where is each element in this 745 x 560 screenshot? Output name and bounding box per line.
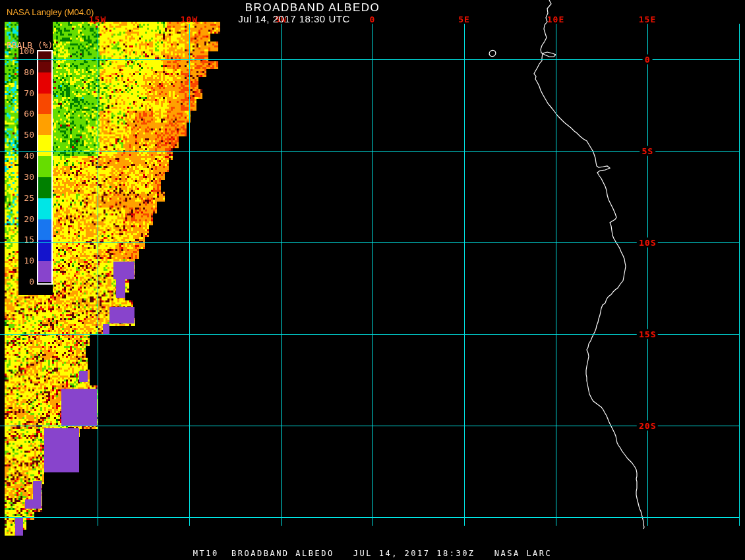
gridline-meridian [739, 24, 740, 526]
gridline-parallel [0, 151, 740, 152]
legend-tick-label: 30 [0, 172, 34, 182]
legend-tick-label: 0 [0, 277, 34, 287]
gridline-meridian [556, 24, 556, 526]
page-title: BROADBAND ALBEDO [245, 1, 380, 14]
albedo-product-viewport: 15W10W5W05E10E15E05S10S15S20S BBALB (%) … [0, 0, 745, 560]
gridline-parallel [0, 59, 740, 60]
gridline-meridian [98, 24, 98, 526]
gridline-meridian [372, 24, 373, 526]
latitude-label: 20S [637, 421, 658, 431]
gridline-parallel [0, 242, 740, 243]
legend-color-segment [38, 156, 51, 177]
legend-colorbar [37, 50, 53, 285]
longitude-label: 0 [370, 14, 376, 24]
latitude-label: 15S [637, 329, 658, 339]
legend-color-segment [38, 94, 51, 115]
legend-tick-label: 20 [0, 214, 34, 224]
legend-tick-label: 100 [0, 46, 34, 56]
legend-tick-label: 60 [0, 109, 34, 119]
gridline-parallel [0, 334, 740, 335]
legend-tick-label: 50 [0, 130, 34, 140]
legend-color-segment [38, 219, 51, 240]
legend-color-segment [38, 62, 51, 72]
longitude-label: 10W [181, 14, 198, 24]
legend-tick-label: 70 [0, 88, 34, 98]
legend-color-segment [38, 240, 51, 261]
footer-caption: MT10 BROADBAND ALBEDO JUL 14, 2017 18:30… [193, 549, 552, 558]
longitude-label: 10E [547, 14, 564, 24]
legend-tick-label: 40 [0, 151, 34, 161]
page-subtitle-datetime: Jul 14, 2017 18:30 UTC [238, 13, 349, 24]
gridline-meridian [281, 24, 282, 526]
latitude-label: 10S [637, 238, 658, 248]
gridline-meridian [189, 24, 190, 526]
legend-tick-label: 80 [0, 67, 34, 77]
legend-tick-label: 10 [0, 256, 34, 266]
legend-tick-label: 25 [0, 193, 34, 203]
latitude-label: 0 [643, 55, 653, 65]
gridline-parallel [0, 517, 740, 518]
legend-color-segment [38, 198, 51, 219]
legend-color-segment [38, 135, 51, 156]
latitude-label: 5S [640, 146, 655, 156]
legend-color-segment [38, 51, 51, 62]
gridline-meridian [464, 24, 465, 526]
legend-color-segment [38, 72, 51, 94]
gridline-meridian [647, 24, 648, 526]
gridline-parallel [0, 426, 740, 426]
legend-color-segment [38, 261, 51, 282]
source-version-label: NASA Langley (M04.0) [7, 7, 94, 17]
legend-color-segment [38, 177, 51, 198]
legend-tick-label: 15 [0, 235, 34, 244]
longitude-label: 5E [458, 14, 470, 24]
longitude-label: 15E [639, 14, 656, 24]
legend-color-segment [38, 114, 51, 135]
